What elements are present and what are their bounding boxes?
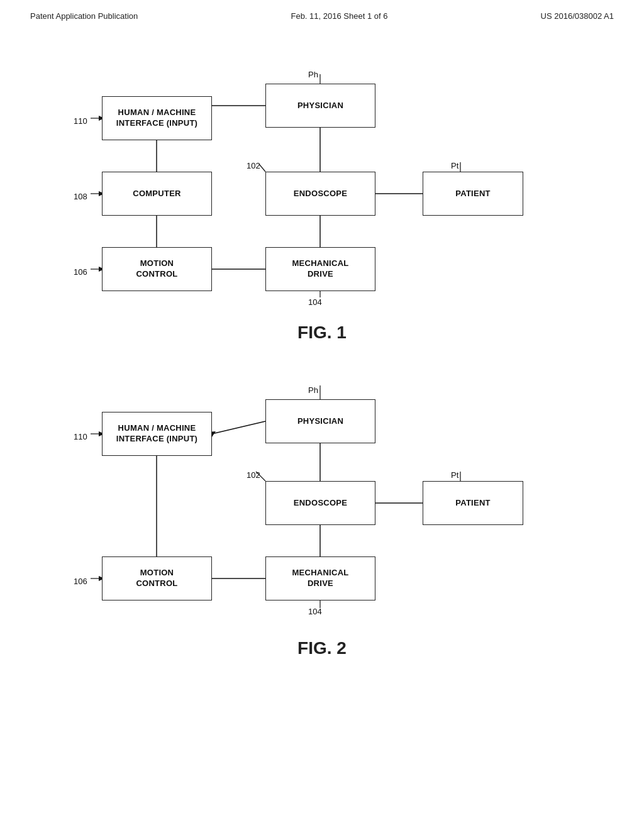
box-patient1: PATIENT — [423, 172, 523, 216]
box-motion1: MOTION CONTROL — [102, 247, 212, 291]
box-hmi2: HUMAN / MACHINE INTERFACE (INPUT) — [102, 412, 212, 456]
fig2-section: HUMAN / MACHINE INTERFACE (INPUT)PHYSICI… — [0, 362, 644, 658]
box-computer1: COMPUTER — [102, 172, 212, 216]
box-patient2: PATIENT — [423, 481, 523, 525]
fig1-label: FIG. 1 — [0, 323, 644, 343]
box-physician2: PHYSICIAN — [265, 399, 375, 443]
ref-label: 110 — [74, 116, 87, 126]
box-mechdrv1: MECHANICAL DRIVE — [265, 247, 375, 291]
ref-label: Pt — [451, 470, 458, 480]
ref-label: 102 — [247, 470, 260, 480]
svg-line-26 — [212, 421, 265, 434]
box-motion2: MOTION CONTROL — [102, 556, 212, 600]
fig2-label: FIG. 2 — [0, 638, 644, 658]
box-physician1: PHYSICIAN — [265, 84, 375, 128]
header-left: Patent Application Publication — [30, 11, 138, 21]
header-right: US 2016/038002 A1 — [541, 11, 614, 21]
ref-label: 102 — [247, 161, 260, 170]
fig1-diagram: HUMAN / MACHINE INTERFACE (INPUT)PHYSICI… — [64, 46, 580, 316]
ref-label: 104 — [308, 607, 322, 616]
fig2-diagram: HUMAN / MACHINE INTERFACE (INPUT)PHYSICI… — [64, 362, 580, 632]
ref-label: 106 — [74, 267, 87, 277]
ref-label: Pt — [451, 161, 458, 170]
ref-label: Ph — [308, 385, 318, 395]
fig1-section: HUMAN / MACHINE INTERFACE (INPUT)PHYSICI… — [0, 46, 644, 343]
box-hmi1: HUMAN / MACHINE INTERFACE (INPUT) — [102, 96, 212, 140]
ref-label: 110 — [74, 432, 87, 441]
ref-label: Ph — [308, 70, 318, 79]
ref-label: 108 — [74, 192, 87, 201]
ref-label: 104 — [308, 297, 322, 307]
box-mechdrv2: MECHANICAL DRIVE — [265, 556, 375, 600]
box-endoscope1: ENDOSCOPE — [265, 172, 375, 216]
page-header: Patent Application Publication Feb. 11, … — [0, 0, 644, 27]
box-endoscope2: ENDOSCOPE — [265, 481, 375, 525]
ref-label: 106 — [74, 577, 87, 586]
header-middle: Feb. 11, 2016 Sheet 1 of 6 — [291, 11, 387, 21]
